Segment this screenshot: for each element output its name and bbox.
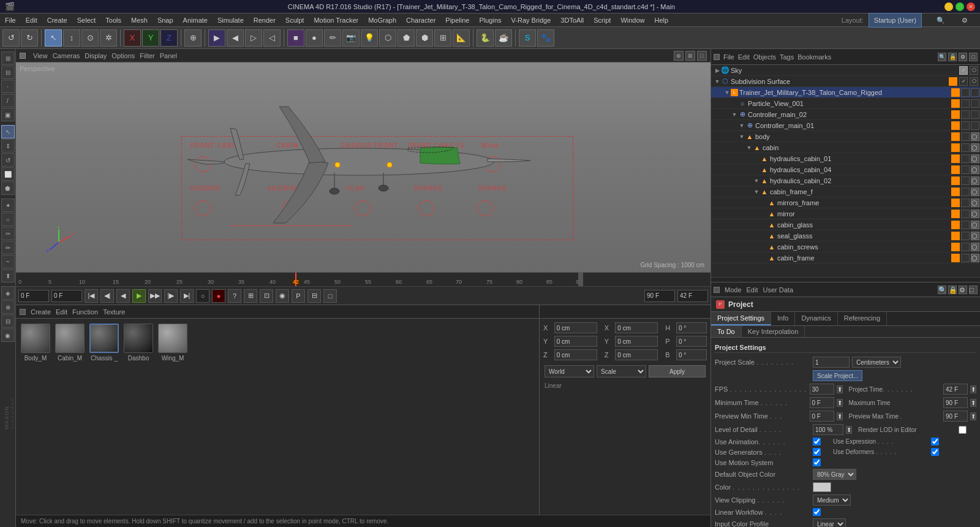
lt-polygons[interactable]: ▣ <box>1 108 15 121</box>
prop-gen-check[interactable] <box>813 448 821 456</box>
floor-btn[interactable]: 📐 <box>453 29 470 47</box>
play-fast-btn[interactable]: ▶▶ <box>148 289 162 303</box>
motion-clip-btn[interactable]: ⊞ <box>244 289 257 303</box>
xyz-world-select[interactable]: World Object <box>545 365 594 377</box>
scale-tool[interactable]: ↕ <box>63 29 80 47</box>
minimize-btn[interactable]: − <box>944 2 953 11</box>
boole-btn[interactable]: ⬟ <box>398 29 415 47</box>
sweep-btn[interactable]: ⬢ <box>416 29 433 47</box>
props-search-btn[interactable]: 🔍 <box>938 286 946 294</box>
props-edit-btn[interactable]: Edit <box>747 286 758 294</box>
prop-projtime-input[interactable] <box>943 384 968 395</box>
mat-wing[interactable]: Wing_M <box>158 324 187 510</box>
camera-btn[interactable]: 📷 <box>342 29 360 47</box>
xyz-z-input[interactable] <box>554 349 597 360</box>
transform-tool[interactable]: ✲ <box>100 29 117 47</box>
mat-edit-btn[interactable]: Edit <box>56 308 67 316</box>
mat-texture-btn[interactable]: Texture <box>103 308 125 316</box>
x-axis-btn[interactable]: X <box>124 29 141 47</box>
go-end-btn[interactable]: ▶| <box>180 289 194 303</box>
menu-sculpt[interactable]: Sculpt <box>281 13 309 27</box>
tree-ctrl02[interactable]: ▼ ⊕ Controller_main_02 <box>711 109 980 120</box>
subtab-key-interpolation[interactable]: Key Interpolation <box>742 326 805 337</box>
tree-jet[interactable]: ▼ L Trainer_Jet_Military_T-38_Talon_Camo… <box>711 87 980 98</box>
lt-brush[interactable]: ○ <box>1 213 15 226</box>
menu-simulate[interactable]: Simulate <box>213 13 249 27</box>
menu-vray[interactable]: V-Ray Bridge <box>507 13 556 27</box>
dope-sheet-btn[interactable]: P <box>292 289 305 303</box>
render-btn[interactable]: ▶ <box>208 29 225 47</box>
render-picture-viewer-btn[interactable]: ◀ <box>227 29 244 47</box>
primitive-sphere-btn[interactable]: ● <box>306 29 323 47</box>
menu-select[interactable]: Select <box>72 13 101 27</box>
prop-linear-wf-check[interactable] <box>813 508 821 516</box>
edit-render-settings-btn[interactable]: ◁ <box>263 29 281 47</box>
prop-scale-unit[interactable]: Centimeters Meters <box>852 357 901 368</box>
vp-expand-btn[interactable]: ⊕ <box>674 51 684 61</box>
prop-prevmax-input[interactable] <box>943 411 968 422</box>
render-region-btn[interactable]: ⊕ <box>184 29 202 47</box>
xyz-p-input[interactable] <box>676 336 707 347</box>
fps-spinner[interactable]: ⬆ <box>837 385 843 393</box>
s-icon[interactable]: S <box>519 29 536 47</box>
powerslider-btn[interactable]: ◉ <box>276 289 289 303</box>
viewport-menu-display[interactable]: Display <box>85 52 107 59</box>
tree-mirrors-frame[interactable]: ▲ mirrors_frame ⬡ <box>711 197 980 208</box>
menu-window[interactable]: Window <box>616 13 649 27</box>
prop-color-profile-select[interactable]: Linear sRGB <box>813 518 846 527</box>
menu-snap[interactable]: Snap <box>153 13 178 27</box>
play-rev-btn[interactable]: ◀ <box>116 289 130 303</box>
lt-workplane[interactable]: ⊟ <box>1 314 15 328</box>
rp-expand-btn[interactable]: □ <box>969 53 978 61</box>
tree-cabin-screws[interactable]: ▲ cabin_screws ⬡ <box>711 241 980 252</box>
start-frame-input[interactable] <box>51 290 82 302</box>
y-axis-btn[interactable]: Y <box>142 29 159 47</box>
tree-mirror[interactable]: ▲ mirror ⬡ <box>711 208 980 219</box>
mat-function-btn[interactable]: Function <box>72 308 98 316</box>
menu-help[interactable]: Help <box>650 13 674 27</box>
mintime-spinner[interactable]: ⬆ <box>837 399 843 407</box>
tree-cabin-frame-f[interactable]: ▼ ▲ cabin_frame_f ⬡ <box>711 186 980 197</box>
viewport-menu-filter[interactable]: Filter <box>140 52 154 59</box>
xyz-scale-select[interactable]: Scale <box>597 365 646 377</box>
menu-pipeline[interactable]: Pipeline <box>440 13 474 27</box>
rp-objects-menu[interactable]: Objects <box>753 53 776 61</box>
lt-knife[interactable]: ✂ <box>1 227 15 240</box>
scale-project-btn[interactable]: Scale Project... <box>813 370 862 381</box>
prop-scale-input[interactable] <box>813 357 850 368</box>
tree-sky[interactable]: ▶ 🌐 Sky ✓ ⬡ <box>711 65 980 76</box>
prev-key-btn[interactable]: ◀| <box>100 289 114 303</box>
lt-select-live[interactable]: ⬟ <box>1 181 15 195</box>
python-btn[interactable]: 🐍 <box>477 29 494 47</box>
menu-edit[interactable]: Edit <box>21 13 42 27</box>
lt-scale2[interactable]: ⇕ <box>1 139 15 153</box>
menu-motion-tracker[interactable]: Motion Tracker <box>309 13 363 27</box>
lt-magnet[interactable]: ✦ <box>1 199 15 212</box>
prop-prevmin-input[interactable] <box>810 411 834 422</box>
prop-clip-select[interactable]: Medium Small Large <box>813 495 851 506</box>
props-settings-btn2[interactable]: ⚙ <box>959 286 967 294</box>
menu-tools[interactable]: Tools <box>100 13 126 27</box>
xyz-x2-input[interactable] <box>615 322 658 333</box>
lt-move[interactable]: ↖ <box>1 125 15 138</box>
spline-tool-btn[interactable]: ✏ <box>324 29 341 47</box>
lt-select-rect[interactable]: ⬜ <box>1 167 15 181</box>
mat-body[interactable]: Body_M <box>21 324 50 510</box>
rp-settings-btn[interactable]: ⚙ <box>959 53 967 61</box>
xyz-y-input[interactable] <box>554 336 597 347</box>
rp-search-btn[interactable]: 🔍 <box>938 53 946 61</box>
rotate-tool[interactable]: ⊙ <box>81 29 99 47</box>
tab-info[interactable]: Info <box>771 312 795 325</box>
props-mode-icon[interactable] <box>714 287 720 293</box>
settings-icon[interactable]: ⚙ <box>957 17 973 24</box>
next-key-btn[interactable]: |▶ <box>164 289 178 303</box>
viewport[interactable]: FRONT CABIN CABIN CHASSIS FRONT SPARE CH… <box>16 63 710 272</box>
mat-chassis[interactable]: Chassis _ <box>89 324 119 510</box>
menu-mograph[interactable]: MoGraph <box>363 13 401 27</box>
maximize-btn[interactable]: □ <box>956 2 964 11</box>
z-axis-btn[interactable]: Z <box>160 29 178 47</box>
prop-maxtime-input[interactable] <box>943 397 968 408</box>
help-btn[interactable]: ? <box>228 289 241 303</box>
grid-btn[interactable]: ⊞ <box>434 29 451 47</box>
prop-obj-color-select[interactable]: 80% Gray <box>813 469 856 480</box>
